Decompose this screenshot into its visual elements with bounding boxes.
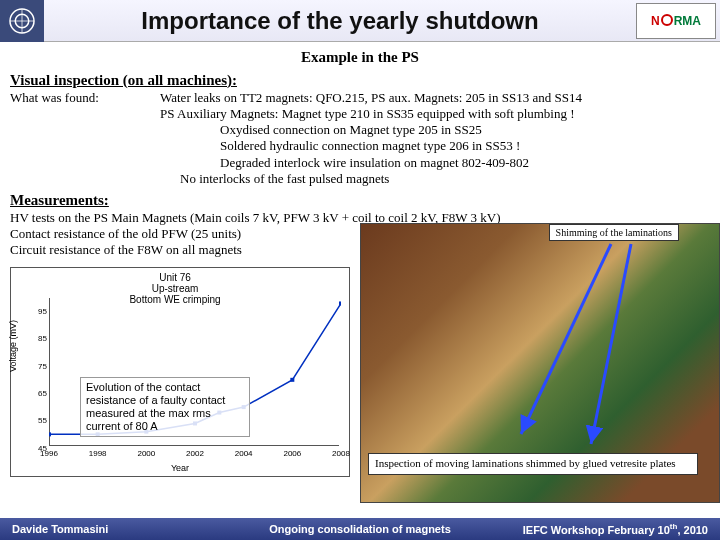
example-subtitle: Example in the PS: [10, 48, 710, 67]
logo-green-text: RMA: [674, 14, 701, 28]
logo-red-letter: N: [651, 14, 660, 28]
visual-heading: Visual inspection (on all machines):: [10, 71, 710, 90]
photo-caption: Inspection of moving laminations shimmed…: [368, 453, 698, 474]
found-line: Oxydised connection on Magnet type 205 i…: [160, 122, 710, 138]
slide-title: Importance of the yearly shutdown: [44, 7, 636, 35]
chart-ylabel: Voltage (mV): [8, 319, 18, 371]
found-line: Degraded interlock wire insulation on ma…: [160, 155, 710, 171]
left-logo: [0, 0, 44, 42]
footer-date: IEFC Workshop February 10th, 2010: [480, 522, 720, 536]
measurements-heading: Measurements:: [10, 191, 710, 210]
contact-resistance-chart: Unit 76Up-streamBottom WE crimping Volta…: [10, 267, 350, 477]
footer-date-a: IEFC Workshop February 10: [523, 524, 670, 536]
footer-title: Ongoing consolidation of magnets: [240, 523, 480, 535]
chart-annotation: Evolution of the contact resistance of a…: [80, 377, 250, 438]
footer-author: Davide Tommasini: [0, 523, 240, 535]
svg-rect-7: [49, 432, 51, 436]
found-label: What was found:: [10, 90, 160, 188]
chart-xlabel: Year: [11, 463, 349, 473]
found-line: PS Auxiliary Magnets: Magnet type 210 in…: [160, 106, 710, 122]
found-line: No interlocks of the fast pulsed magnets: [160, 171, 710, 187]
found-line: Water leaks on TT2 magnets: QFO.215, PS …: [160, 90, 710, 106]
svg-point-4: [662, 15, 672, 25]
svg-rect-13: [290, 377, 294, 381]
right-logo: NRMA: [636, 3, 716, 39]
svg-rect-14: [339, 301, 341, 305]
footer-date-b: , 2010: [677, 524, 708, 536]
found-line: Soldered hydraulic connection magnet typ…: [160, 138, 710, 154]
footer-bar: Davide Tommasini Ongoing consolidation o…: [0, 518, 720, 540]
